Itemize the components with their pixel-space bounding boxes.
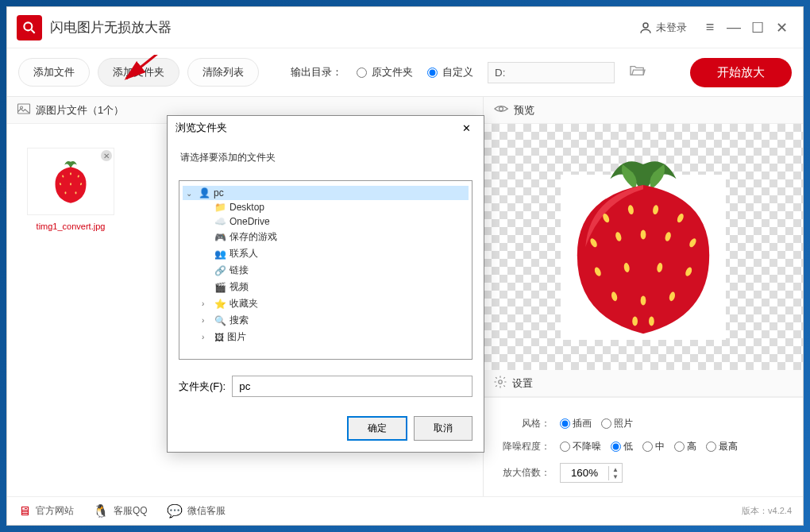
maximize-button[interactable]: ☐	[746, 16, 770, 40]
radio-source-folder[interactable]: 原文件夹	[357, 65, 413, 79]
dialog-ok-button[interactable]: 确定	[347, 416, 407, 441]
tree-node-label: OneDrive	[230, 216, 270, 227]
svg-point-34	[499, 380, 503, 384]
tree-node[interactable]: ›🔍搜索	[183, 312, 469, 329]
tree-node[interactable]: ›🖼图片	[183, 329, 469, 345]
dialog-prompt: 请选择要添加的文件夹	[168, 140, 484, 175]
tree-node-label: 搜索	[230, 314, 249, 327]
folder-icon: 🖼	[214, 332, 224, 343]
output-path-input[interactable]	[488, 62, 615, 83]
radio-denoise-low[interactable]: 低	[611, 440, 633, 453]
scale-down-icon[interactable]: ▼	[609, 473, 622, 480]
eye-icon	[493, 102, 509, 118]
dialog-folder-row: 文件夹(F):	[168, 364, 484, 408]
dialog-buttons: 确定 取消	[168, 408, 484, 452]
tree-node-label: 收藏夹	[230, 297, 258, 310]
tree-node[interactable]: ⌄👤pc	[183, 186, 469, 200]
folder-icon: ☁️	[214, 216, 226, 227]
monitor-icon: 🖥	[18, 504, 31, 519]
user-icon	[638, 21, 653, 35]
wechat-icon: 💬	[167, 503, 183, 519]
preview-label: 预览	[514, 103, 534, 118]
tree-node-label: 保存的游戏	[230, 230, 277, 244]
start-button[interactable]: 开始放大	[690, 58, 792, 87]
svg-point-2	[643, 23, 648, 28]
menu-button[interactable]: ≡	[698, 16, 722, 40]
tree-node[interactable]: ›⭐收藏夹	[183, 295, 469, 312]
expand-icon[interactable]: ⌄	[186, 189, 195, 198]
dialog-close-button[interactable]: ✕	[457, 121, 476, 136]
preview-image	[508, 144, 778, 350]
toolbar: 添加文件 添加文件夹 清除列表 输出目录： 原文件夹 自定义 开始放大	[7, 48, 803, 96]
scale-spinner[interactable]: ▲ ▼	[560, 463, 623, 483]
tree-node[interactable]: 📁Desktop	[183, 200, 469, 214]
setting-scale-row: 放大倍数： ▲ ▼	[496, 463, 790, 483]
svg-point-22	[641, 229, 646, 239]
folder-name-input[interactable]	[232, 376, 472, 397]
radio-denoise-high[interactable]: 高	[674, 440, 696, 453]
scale-label: 放大倍数：	[496, 466, 550, 480]
svg-point-33	[649, 317, 654, 326]
tree-node-label: 视频	[230, 280, 249, 294]
minimize-button[interactable]: —	[722, 16, 746, 40]
scale-input[interactable]	[561, 464, 608, 482]
tree-node[interactable]: ☁️OneDrive	[183, 214, 469, 229]
login-status[interactable]: 未登录	[638, 21, 687, 35]
qq-link[interactable]: 🐧客服QQ	[93, 503, 148, 519]
wechat-link[interactable]: 💬微信客服	[167, 503, 226, 519]
image-icon	[17, 102, 31, 118]
source-panel-title: 源图片文件（1个）	[36, 103, 124, 118]
folder-field-label: 文件夹(F):	[179, 380, 226, 394]
setting-denoise-row: 降噪程度： 不降噪 低 中 高 最高	[496, 440, 790, 453]
tree-node[interactable]: 🎬视频	[183, 279, 469, 295]
settings-panel-header: 设置	[484, 370, 803, 397]
folder-tree[interactable]: ⌄👤pc📁Desktop☁️OneDrive🎮保存的游戏👥联系人🔗链接🎬视频›⭐…	[179, 180, 472, 360]
svg-point-30	[641, 296, 646, 306]
tree-node-label: 链接	[230, 264, 249, 277]
radio-denoise-mid[interactable]: 中	[642, 440, 665, 453]
folder-icon: 👤	[199, 187, 210, 199]
version-label: 版本：v4.2.4	[742, 505, 792, 517]
expand-icon[interactable]: ›	[202, 299, 211, 308]
dialog-titlebar: 浏览文件夹 ✕	[168, 116, 484, 140]
tree-node-label: 联系人	[230, 247, 258, 260]
thumbnail-remove-icon[interactable]: ✕	[101, 150, 112, 161]
add-file-button[interactable]: 添加文件	[18, 58, 90, 87]
expand-icon[interactable]: ›	[202, 316, 211, 325]
tree-node-label: 图片	[227, 330, 246, 344]
tree-node[interactable]: 🎮保存的游戏	[183, 229, 469, 245]
tree-node[interactable]: 👥联系人	[183, 245, 469, 262]
svg-point-10	[70, 183, 71, 185]
thumbnail-filename: timg1_convert.jpg	[37, 222, 106, 231]
gear-icon	[493, 375, 507, 391]
preview-area	[484, 124, 803, 370]
app-logo-icon	[17, 15, 42, 40]
dialog-cancel-button[interactable]: 取消	[414, 416, 472, 441]
radio-denoise-max[interactable]: 最高	[706, 440, 738, 453]
website-link[interactable]: 🖥官方网站	[18, 504, 74, 519]
radio-denoise-none[interactable]: 不降噪	[560, 440, 601, 453]
folder-icon: 🎮	[214, 232, 226, 243]
style-label: 风格：	[496, 417, 550, 430]
strawberry-icon	[39, 156, 102, 207]
folder-icon: 👥	[214, 249, 226, 260]
clear-list-button[interactable]: 清除列表	[187, 58, 259, 87]
app-title: 闪电图片无损放大器	[50, 18, 638, 37]
add-folder-button[interactable]: 添加文件夹	[98, 58, 179, 87]
setting-style-row: 风格： 插画 照片	[496, 417, 790, 430]
scale-up-icon[interactable]: ▲	[609, 466, 622, 473]
radio-style-photo[interactable]: 照片	[601, 417, 633, 430]
expand-icon[interactable]: ›	[202, 333, 211, 341]
svg-point-13	[75, 191, 77, 194]
output-dir-label: 输出目录：	[291, 65, 342, 79]
close-button[interactable]: ✕	[770, 16, 793, 40]
thumbnail-item[interactable]: ✕ timg1_convert.jpg	[23, 148, 118, 231]
radio-style-illustration[interactable]: 插画	[560, 417, 592, 430]
browse-folder-dialog: 浏览文件夹 ✕ 请选择要添加的文件夹 ⌄👤pc📁Desktop☁️OneDriv…	[167, 115, 484, 453]
svg-line-1	[32, 29, 35, 33]
tree-node[interactable]: 🔗链接	[183, 262, 469, 279]
browse-folder-icon[interactable]	[629, 64, 646, 82]
folder-icon: 🎬	[214, 282, 226, 293]
right-panel: 预览	[484, 97, 803, 496]
radio-custom-folder[interactable]: 自定义	[427, 65, 473, 79]
